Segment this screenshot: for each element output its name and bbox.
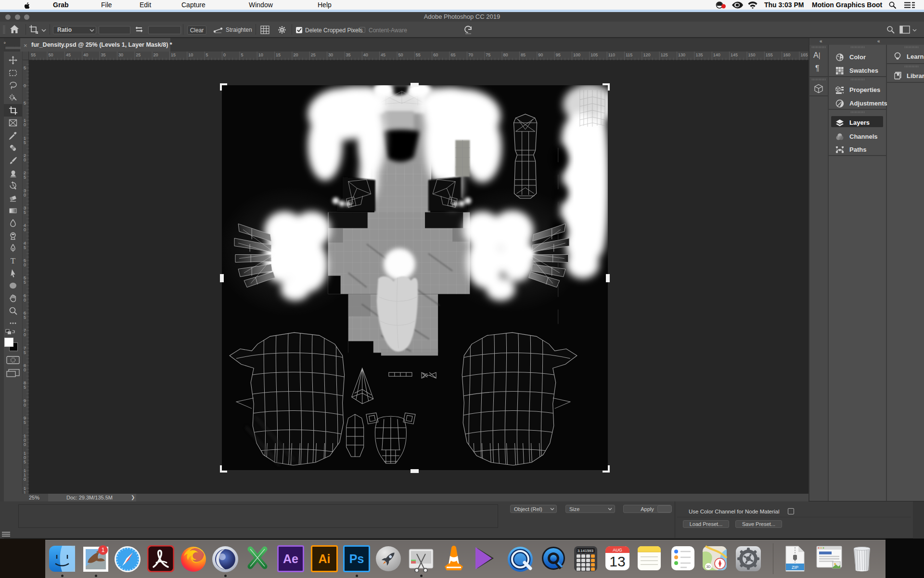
svg-text:1: 1 xyxy=(102,547,105,553)
svg-text:ZIP: ZIP xyxy=(792,565,798,570)
svg-text:5: 5 xyxy=(24,140,26,145)
svg-text:5: 5 xyxy=(24,385,26,390)
svg-text:0: 0 xyxy=(24,122,26,127)
svg-text:0: 0 xyxy=(24,193,26,197)
svg-text:5: 5 xyxy=(24,315,26,320)
svg-text:0: 0 xyxy=(24,368,26,372)
svg-text:5: 5 xyxy=(24,245,26,250)
svg-text:T: T xyxy=(11,256,16,265)
svg-text:5: 5 xyxy=(24,460,26,464)
svg-text:3D: 3D xyxy=(706,565,711,568)
svg-text:5: 5 xyxy=(24,175,26,180)
svg-text:5: 5 xyxy=(24,101,26,105)
svg-text:0: 0 xyxy=(24,83,26,88)
svg-text:3.141593: 3.141593 xyxy=(578,549,594,553)
svg-text:0: 0 xyxy=(24,442,26,447)
svg-text:0: 0 xyxy=(24,263,26,267)
svg-text:5: 5 xyxy=(24,420,26,425)
svg-text:5: 5 xyxy=(24,210,26,215)
svg-text:0: 0 xyxy=(24,227,26,232)
svg-text:13: 13 xyxy=(609,553,625,569)
svg-text:0: 0 xyxy=(24,332,26,337)
svg-text:5: 5 xyxy=(24,66,26,70)
svg-text:0: 0 xyxy=(24,477,26,482)
svg-text:0: 0 xyxy=(24,158,26,162)
svg-text:0: 0 xyxy=(24,403,26,407)
svg-text:AUG: AUG xyxy=(613,548,622,552)
svg-text:5: 5 xyxy=(24,350,26,355)
svg-text:5: 5 xyxy=(24,280,26,285)
svg-text:0: 0 xyxy=(24,298,26,302)
